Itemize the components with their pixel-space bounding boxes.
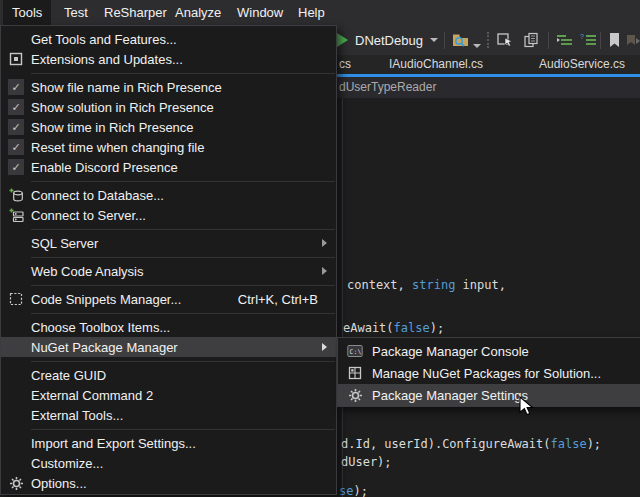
toolbar-separator: [548, 25, 549, 55]
nuget-package-icon: [348, 366, 362, 380]
chevron-down-icon: [430, 38, 438, 42]
submenu-arrow-icon: [322, 267, 327, 275]
database-icon: [9, 188, 24, 203]
submenu-arrow-icon: [322, 239, 327, 247]
menu-item-enable-discord-presence[interactable]: ✓ Enable Discord Presence: [1, 157, 336, 177]
svg-text:C:\: C:\: [350, 348, 362, 356]
submenu-arrow-icon: [322, 343, 327, 351]
indent-lines-icon: [556, 33, 573, 48]
menu-item-show-time[interactable]: ✓ Show time in Rich Presence: [1, 117, 336, 137]
checkmark-icon: ✓: [8, 159, 24, 175]
menu-separator: [1, 309, 336, 317]
menu-item-show-solution[interactable]: ✓ Show solution in Rich Presence: [1, 97, 336, 117]
svg-text:?: ?: [580, 33, 584, 40]
pointer-arrow-icon: [519, 396, 534, 417]
toggle-bookmark-button[interactable]: [608, 25, 621, 55]
next-bookmark-button[interactable]: [626, 25, 640, 55]
menu-item-reset-time[interactable]: ✓ Reset time when changing file: [1, 137, 336, 157]
menu-separator: [1, 69, 336, 77]
code-line: d.Id, userId).ConfigureAwait(false);: [341, 437, 601, 451]
menu-item-customize[interactable]: Customize...: [1, 453, 336, 473]
run-icon: [337, 33, 348, 47]
checkmark-icon: ✓: [8, 99, 24, 115]
menu-item-code-snippets-manager[interactable]: Code Snippets Manager... Ctrl+K, Ctrl+B: [1, 289, 336, 309]
document-tab[interactable]: IAudioChannel.cs: [389, 55, 483, 74]
menu-separator: [1, 225, 336, 233]
menu-item-extensions-and-updates[interactable]: Extensions and Updates...: [1, 49, 336, 69]
gear-icon: [9, 476, 24, 491]
menu-item-nuget-package-manager[interactable]: NuGet Package Manager: [1, 337, 336, 357]
toolbar-drag-handle[interactable]: [487, 25, 489, 55]
format-selection-button[interactable]: ?: [580, 25, 597, 55]
disabled-partial-icon: [626, 32, 640, 48]
main-menubar: Tools Test ReSharper Analyze Window Help: [0, 0, 640, 25]
menu-item-external-command-2[interactable]: External Command 2: [1, 385, 336, 405]
toolbar-separator: [444, 25, 445, 55]
gear-icon: [348, 388, 363, 403]
menubar-item-help[interactable]: Help: [289, 0, 334, 25]
menu-item-options[interactable]: Options...: [1, 473, 336, 493]
menubar-item-tools[interactable]: Tools: [3, 0, 51, 25]
chevron-down-icon: [473, 44, 481, 48]
console-icon: C:\: [347, 344, 363, 358]
toolbar-separator: [600, 25, 601, 55]
document-tab[interactable]: cs: [339, 55, 351, 74]
mouse-cursor: [519, 396, 534, 417]
run-configuration-caret[interactable]: [430, 25, 438, 55]
menu-separator: [1, 281, 336, 289]
extensions-icon: [9, 52, 23, 66]
select-element-button[interactable]: [497, 25, 515, 55]
menu-separator: [1, 177, 336, 185]
pointer-box-icon: [497, 32, 515, 48]
menu-item-connect-to-database[interactable]: Connect to Database...: [1, 185, 336, 205]
indent-lines-2-icon: ?: [580, 33, 597, 48]
checkmark-icon: ✓: [8, 139, 24, 155]
menubar-item-resharper[interactable]: ReSharper: [95, 0, 176, 25]
nuget-package-manager-submenu: C:\ Package Manager Console Manage NuGet…: [337, 337, 640, 407]
run-configuration-label: DNetDebug: [355, 33, 423, 48]
submenu-item-package-manager-settings[interactable]: Package Manager Settings: [338, 384, 640, 406]
menubar-item-test[interactable]: Test: [55, 0, 97, 25]
run-configuration-dropdown[interactable]: DNetDebug: [355, 25, 423, 55]
grip-dots-icon: [487, 32, 489, 48]
menu-item-sql-server[interactable]: SQL Server: [1, 233, 336, 253]
breadcrumb[interactable]: dUserTypeReader: [339, 80, 436, 94]
menu-separator: [1, 357, 336, 365]
code-line: context, string input,: [347, 278, 506, 292]
copy-button[interactable]: [523, 25, 540, 55]
snippets-icon: [9, 292, 23, 306]
visual-studio-window: context, string input, eAwait(false); d.…: [0, 0, 640, 497]
code-line: dUser);: [341, 455, 392, 469]
tools-menu: Get Tools and Features... Extensions and…: [0, 25, 337, 495]
menu-item-get-tools-and-features[interactable]: Get Tools and Features...: [1, 29, 336, 49]
checkmark-icon: ✓: [8, 79, 24, 95]
menubar-item-analyze[interactable]: Analyze: [166, 0, 230, 25]
menubar-item-window[interactable]: Window: [228, 0, 292, 25]
menu-item-import-export-settings[interactable]: Import and Export Settings...: [1, 433, 336, 453]
submenu-item-package-manager-console[interactable]: C:\ Package Manager Console: [338, 340, 640, 362]
bookmark-icon: [608, 32, 621, 48]
menu-item-connect-to-server[interactable]: Connect to Server...: [1, 205, 336, 225]
find-in-files-button[interactable]: [452, 25, 470, 55]
checkmark-icon: ✓: [8, 119, 24, 135]
submenu-item-manage-nuget-packages[interactable]: Manage NuGet Packages for Solution...: [338, 362, 640, 384]
menu-separator: [1, 253, 336, 261]
copy-icon: [523, 32, 540, 49]
code-line: eAwait(false);: [343, 321, 444, 335]
menu-item-create-guid[interactable]: Create GUID: [1, 365, 336, 385]
menu-shortcut: Ctrl+K, Ctrl+B: [238, 292, 318, 307]
menu-item-web-code-analysis[interactable]: Web Code Analysis: [1, 261, 336, 281]
find-in-files-icon: [452, 31, 470, 49]
code-line: se);: [339, 484, 368, 497]
menu-separator: [1, 425, 336, 433]
document-tab[interactable]: AudioService.cs: [539, 55, 625, 74]
menu-item-choose-toolbox-items[interactable]: Choose Toolbox Items...: [1, 317, 336, 337]
menu-item-show-file-name[interactable]: ✓ Show file name in Rich Presence: [1, 77, 336, 97]
run-button[interactable]: [337, 25, 348, 55]
format-document-button[interactable]: [556, 25, 573, 55]
menu-item-external-tools[interactable]: External Tools...: [1, 405, 336, 425]
server-icon: [9, 208, 24, 223]
